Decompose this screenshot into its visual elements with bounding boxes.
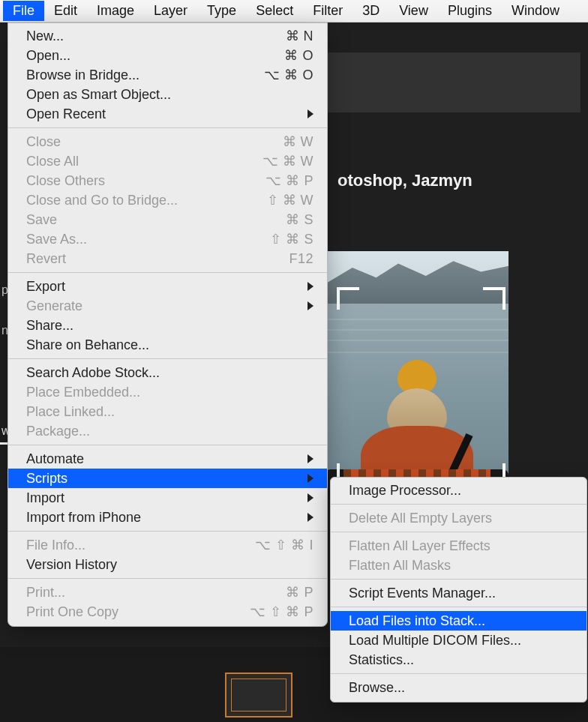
scripts-menu-item-flatten-all-layer-effects: Flatten All Layer Effects bbox=[331, 536, 586, 556]
scripts-menu-separator bbox=[331, 579, 586, 580]
menu-item-shortcut: ⌘ W bbox=[271, 133, 314, 150]
menu-item-label: Scripts bbox=[26, 471, 300, 487]
menubar-item-image[interactable]: Image bbox=[87, 1, 144, 21]
menu-item-label: New... bbox=[26, 28, 274, 44]
file-menu-item-close-others: Close Others⌥ ⌘ P bbox=[8, 171, 327, 190]
scripts-menu-separator bbox=[331, 607, 586, 607]
submenu-arrow-icon bbox=[308, 474, 314, 483]
file-menu-item-open[interactable]: Open...⌘ O bbox=[8, 46, 327, 65]
file-menu-item-package: Package... bbox=[8, 421, 327, 441]
menu-item-label: Open Recent bbox=[26, 106, 300, 122]
menu-item-label: Import from iPhone bbox=[26, 510, 300, 526]
menu-item-label: Statistics... bbox=[349, 652, 573, 668]
menu-item-label: Close All bbox=[26, 154, 250, 169]
file-menu-separator bbox=[8, 358, 327, 359]
menu-item-label: Load Multiple DICOM Files... bbox=[349, 633, 573, 649]
welcome-text: otoshop, Jazmyn bbox=[338, 171, 472, 190]
file-menu-separator bbox=[8, 445, 327, 445]
file-menu-item-import[interactable]: Import bbox=[8, 488, 327, 508]
file-menu-item-new[interactable]: New...⌘ N bbox=[8, 26, 327, 46]
menubar-item-select[interactable]: Select bbox=[246, 1, 303, 21]
menu-item-label: Script Events Manager... bbox=[349, 586, 573, 601]
menubar-item-type[interactable]: Type bbox=[197, 1, 246, 21]
submenu-arrow-icon bbox=[308, 493, 314, 502]
menu-item-shortcut: ⇧ ⌘ W bbox=[255, 192, 314, 208]
scripts-menu-separator bbox=[331, 673, 586, 674]
menu-item-shortcut: ⌥ ⌘ O bbox=[252, 67, 314, 83]
menu-item-label: Import bbox=[26, 490, 300, 506]
menubar-item-window[interactable]: Window bbox=[502, 1, 569, 21]
sample-photo bbox=[325, 251, 508, 499]
menu-item-label: Image Processor... bbox=[349, 483, 573, 499]
menu-item-label: Print One Copy bbox=[26, 604, 238, 620]
menubar-item-file[interactable]: File bbox=[3, 1, 44, 21]
menubar-item-view[interactable]: View bbox=[389, 1, 438, 21]
menu-item-label: Flatten All Masks bbox=[349, 558, 573, 574]
menubar-item-layer[interactable]: Layer bbox=[144, 1, 197, 21]
menu-item-shortcut: ⌘ P bbox=[274, 584, 314, 601]
file-menu-item-save: Save⌘ S bbox=[8, 210, 327, 229]
menu-item-shortcut: ⌥ ⌘ W bbox=[250, 153, 314, 169]
menu-item-label: Print... bbox=[26, 585, 274, 601]
menu-item-label: Close and Go to Bridge... bbox=[26, 193, 255, 208]
scripts-menu-item-flatten-all-masks: Flatten All Masks bbox=[331, 556, 586, 575]
scripts-menu-item-statistics[interactable]: Statistics... bbox=[331, 650, 586, 670]
menu-item-label: Close bbox=[26, 134, 271, 150]
menu-item-label: Browse in Bridge... bbox=[26, 67, 252, 83]
file-menu-item-close-and-go-to-bridge: Close and Go to Bridge...⇧ ⌘ W bbox=[8, 190, 327, 210]
menu-item-label: Place Embedded... bbox=[26, 385, 314, 400]
scripts-menu-item-image-processor[interactable]: Image Processor... bbox=[331, 481, 586, 500]
menu-item-shortcut: ⌥ ⇧ ⌘ I bbox=[243, 537, 314, 553]
file-menu-item-open-as-smart-object[interactable]: Open as Smart Object... bbox=[8, 85, 327, 104]
file-menu-item-browse-in-bridge[interactable]: Browse in Bridge...⌥ ⌘ O bbox=[8, 65, 327, 85]
scripts-menu-item-browse[interactable]: Browse... bbox=[331, 678, 586, 697]
file-menu-item-print-one-copy: Print One Copy⌥ ⇧ ⌘ P bbox=[8, 602, 327, 622]
menu-item-label: Package... bbox=[26, 424, 314, 439]
menu-item-label: Browse... bbox=[349, 680, 573, 696]
file-menu-item-save-as: Save As...⇧ ⌘ S bbox=[8, 229, 327, 249]
thumbnail[interactable] bbox=[225, 673, 292, 718]
menu-item-label: Search Adobe Stock... bbox=[26, 365, 314, 381]
menu-item-shortcut: ⌘ S bbox=[274, 211, 314, 228]
menu-item-label: Share on Behance... bbox=[26, 337, 314, 353]
scripts-menu-separator bbox=[331, 504, 586, 505]
menubar-item-filter[interactable]: Filter bbox=[303, 1, 352, 21]
menu-item-shortcut: F12 bbox=[277, 251, 314, 267]
submenu-arrow-icon bbox=[308, 282, 314, 291]
file-menu-separator bbox=[8, 531, 327, 532]
file-menu-item-import-from-iphone[interactable]: Import from iPhone bbox=[8, 508, 327, 527]
file-menu-item-share-on-behance[interactable]: Share on Behance... bbox=[8, 335, 327, 355]
file-menu-separator bbox=[8, 127, 327, 128]
file-menu-item-generate: Generate bbox=[8, 296, 327, 316]
file-menu-item-close-all: Close All⌥ ⌘ W bbox=[8, 151, 327, 171]
file-menu-item-search-adobe-stock[interactable]: Search Adobe Stock... bbox=[8, 363, 327, 382]
menu-item-shortcut: ⌘ O bbox=[272, 47, 314, 64]
menubar-item-3d[interactable]: 3D bbox=[352, 1, 389, 21]
menu-item-label: Open... bbox=[26, 48, 272, 64]
file-menu-item-close: Close⌘ W bbox=[8, 132, 327, 151]
menu-item-label: Save bbox=[26, 212, 274, 228]
scripts-menu-item-load-multiple-dicom-files[interactable]: Load Multiple DICOM Files... bbox=[331, 631, 586, 650]
scripts-menu-item-load-files-into-stack[interactable]: Load Files into Stack... bbox=[331, 611, 586, 631]
menu-item-shortcut: ⌘ N bbox=[274, 28, 314, 44]
scripts-menu-item-delete-all-empty-layers: Delete All Empty Layers bbox=[331, 508, 586, 528]
menu-item-shortcut: ⇧ ⌘ S bbox=[258, 231, 314, 247]
menu-item-label: Open as Smart Object... bbox=[26, 87, 314, 103]
menubar-item-plugins[interactable]: Plugins bbox=[438, 1, 502, 21]
submenu-arrow-icon bbox=[308, 109, 314, 118]
file-menu-item-export[interactable]: Export bbox=[8, 277, 327, 296]
menu-item-label: Save As... bbox=[26, 232, 258, 247]
file-menu-item-print: Print...⌘ P bbox=[8, 583, 327, 602]
menu-item-label: Delete All Empty Layers bbox=[349, 511, 573, 526]
file-menu-item-version-history[interactable]: Version History bbox=[8, 555, 327, 574]
file-menu-item-automate[interactable]: Automate bbox=[8, 449, 327, 469]
file-menu-item-open-recent[interactable]: Open Recent bbox=[8, 104, 327, 124]
menubar-item-edit[interactable]: Edit bbox=[44, 1, 87, 21]
menu-item-label: Revert bbox=[26, 251, 277, 267]
file-menu-item-scripts[interactable]: Scripts bbox=[8, 469, 327, 488]
scripts-menu-item-script-events-manager[interactable]: Script Events Manager... bbox=[331, 583, 586, 603]
file-menu-item-share[interactable]: Share... bbox=[8, 316, 327, 335]
menu-item-label: Automate bbox=[26, 451, 300, 467]
file-menu-item-revert: RevertF12 bbox=[8, 249, 327, 268]
menu-item-label: Generate bbox=[26, 298, 300, 314]
